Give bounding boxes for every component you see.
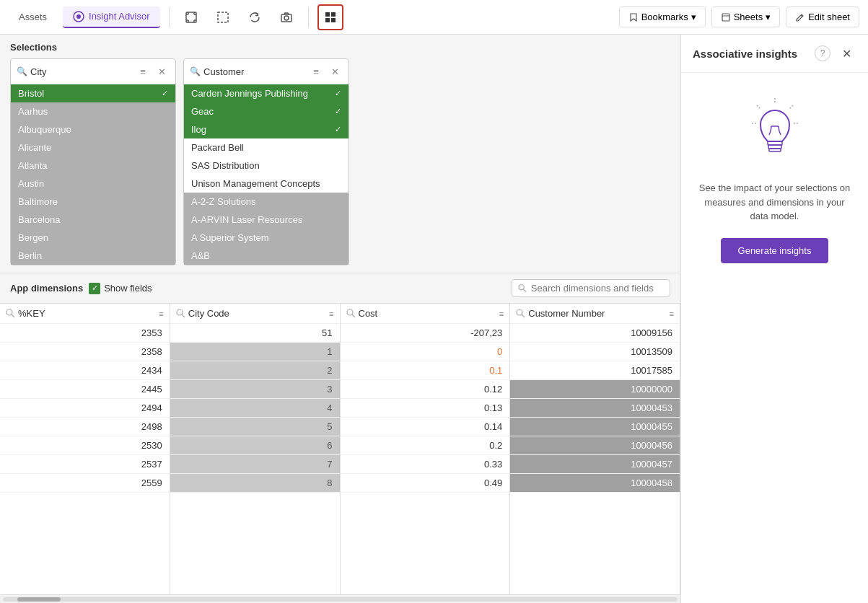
dim-row[interactable]: 10013509 bbox=[510, 343, 680, 361]
customer-clear-icon[interactable]: ✕ bbox=[327, 63, 343, 79]
dim-row[interactable]: 8 bbox=[170, 474, 340, 493]
customer-search-icon: 🔍 bbox=[190, 66, 201, 76]
dim-row[interactable]: 1 bbox=[170, 343, 340, 361]
refresh-btn[interactable] bbox=[242, 4, 268, 30]
svg-rect-14 bbox=[325, 12, 330, 17]
svg-rect-11 bbox=[218, 12, 228, 22]
dim-row[interactable]: 0.1 bbox=[341, 361, 510, 380]
city-list-icon[interactable]: ≡ bbox=[135, 63, 151, 79]
dim-row[interactable]: 10009156 bbox=[510, 324, 680, 343]
dim-row[interactable]: 0.33 bbox=[341, 455, 510, 474]
customer-item-aarvin[interactable]: A-ARVIN Laser Resources bbox=[184, 211, 348, 229]
snapshot-btn[interactable] bbox=[273, 4, 299, 30]
dim-row[interactable]: 0.12 bbox=[341, 380, 510, 399]
svg-point-25 bbox=[177, 309, 183, 315]
customer-item-carden[interactable]: Carden Jennings Publishing ✓ bbox=[184, 84, 348, 102]
dim-row[interactable]: 5 bbox=[170, 418, 340, 436]
dim-row[interactable]: 6 bbox=[170, 436, 340, 455]
dim-row[interactable]: 0.2 bbox=[341, 436, 510, 455]
grid-view-btn[interactable] bbox=[317, 4, 343, 30]
city-item-baltimore[interactable]: Baltimore bbox=[11, 193, 175, 211]
dim-row[interactable]: 0.13 bbox=[341, 399, 510, 418]
svg-point-27 bbox=[347, 309, 353, 315]
dim-row[interactable]: 2358 bbox=[0, 343, 170, 361]
customer-item-ab[interactable]: A&B bbox=[184, 247, 348, 265]
rp-close-btn[interactable]: ✕ bbox=[836, 43, 856, 63]
dim-col-cost-menu[interactable]: ≡ bbox=[499, 309, 504, 318]
city-item-austin[interactable]: Austin bbox=[11, 175, 175, 193]
city-item-atlanta[interactable]: Atlanta bbox=[11, 157, 175, 175]
bulb-illustration bbox=[746, 94, 804, 167]
dim-row[interactable]: 10000455 bbox=[510, 418, 680, 436]
dim-row[interactable]: 2537 bbox=[0, 455, 170, 474]
insight-label: Insight Advisor bbox=[89, 11, 150, 22]
customer-item-packard[interactable]: Packard Bell bbox=[184, 138, 348, 157]
show-fields-checkbox[interactable]: ✓ Show fields bbox=[89, 283, 152, 294]
dim-row[interactable]: 10000456 bbox=[510, 436, 680, 455]
dim-row[interactable]: 51 bbox=[170, 324, 340, 343]
customer-item-ilog[interactable]: Ilog ✓ bbox=[184, 120, 348, 138]
edit-sheet-btn[interactable]: Edit sheet bbox=[786, 6, 859, 27]
dim-row[interactable]: 2530 bbox=[0, 436, 170, 455]
sheets-btn[interactable]: Sheets bbox=[711, 6, 780, 27]
dim-col-custnum-title: Customer Number bbox=[528, 308, 666, 319]
rp-help-btn[interactable]: ? bbox=[815, 45, 830, 61]
search-dims-input[interactable] bbox=[531, 283, 664, 294]
tab-insight-advisor[interactable]: Insight Advisor bbox=[63, 6, 160, 28]
city-item-bristol[interactable]: Bristol ✓ bbox=[11, 84, 175, 102]
dim-row[interactable]: 0.49 bbox=[341, 474, 510, 493]
bookmark-icon bbox=[628, 12, 639, 22]
bookmarks-label: Bookmarks bbox=[641, 12, 688, 22]
city-box-header: 🔍 City ≡ ✕ bbox=[11, 59, 175, 84]
bookmarks-btn[interactable]: Bookmarks bbox=[619, 6, 706, 27]
city-clear-icon[interactable]: ✕ bbox=[154, 63, 170, 79]
city-item-berlin[interactable]: Berlin bbox=[11, 247, 175, 265]
city-item-bergen[interactable]: Bergen bbox=[11, 229, 175, 247]
dim-col-key-menu[interactable]: ≡ bbox=[159, 309, 163, 318]
customer-item-unison[interactable]: Unison Management Concepts bbox=[184, 175, 348, 193]
dim-row[interactable]: 10000458 bbox=[510, 474, 680, 493]
topbar-sep1 bbox=[169, 7, 170, 27]
city-item-barcelona[interactable]: Barcelona bbox=[11, 211, 175, 229]
city-item-alicante[interactable]: Alicante bbox=[11, 138, 175, 157]
dim-row[interactable]: 2494 bbox=[0, 399, 170, 418]
dim-row[interactable]: 10000453 bbox=[510, 399, 680, 418]
dim-row[interactable]: 2434 bbox=[0, 361, 170, 380]
customer-item-sas[interactable]: SAS Distribution bbox=[184, 157, 348, 175]
customer-selection-box: 🔍 Customer ≡ ✕ Carden Jennings Publishin… bbox=[183, 58, 349, 265]
city-item-albuquerque[interactable]: Albuquerque bbox=[11, 120, 175, 138]
dim-row[interactable]: 0 bbox=[341, 343, 510, 361]
right-panel: Associative insights ? ✕ bbox=[680, 35, 868, 603]
customer-item-a2z[interactable]: A-2-Z Solutions bbox=[184, 193, 348, 211]
dim-col-citycode-menu[interactable]: ≡ bbox=[329, 309, 333, 318]
dim-col-key-header: %KEY ≡ bbox=[0, 304, 170, 324]
generate-insights-btn[interactable]: Generate insights bbox=[721, 238, 829, 263]
dim-row[interactable]: 2559 bbox=[0, 474, 170, 493]
customer-item-asuperior[interactable]: A Superior System bbox=[184, 229, 348, 247]
dim-row[interactable]: 4 bbox=[170, 399, 340, 418]
dim-row[interactable]: 3 bbox=[170, 380, 340, 399]
dim-col-citycode: City Code ≡ 51 1 2 3 4 5 6 7 8 bbox=[170, 304, 341, 594]
dim-row[interactable]: 2 bbox=[170, 361, 340, 380]
dim-row[interactable]: -207,23 bbox=[341, 324, 510, 343]
horizontal-scrollbar[interactable] bbox=[0, 594, 680, 603]
tab-assets[interactable]: Assets bbox=[9, 7, 57, 27]
dim-col-custnum-menu[interactable]: ≡ bbox=[670, 309, 674, 318]
app-dimensions-label: App dimensions bbox=[10, 283, 83, 294]
svg-point-13 bbox=[284, 16, 289, 20]
dim-row[interactable]: 10000457 bbox=[510, 455, 680, 474]
select-tool-btn[interactable] bbox=[210, 4, 236, 30]
city-item-aarhus[interactable]: Aarhus bbox=[11, 102, 175, 120]
customer-item-geac[interactable]: Geac ✓ bbox=[184, 102, 348, 120]
dim-row[interactable]: 2353 bbox=[0, 324, 170, 343]
dim-row[interactable]: 2445 bbox=[0, 380, 170, 399]
dim-row[interactable]: 7 bbox=[170, 455, 340, 474]
dim-row[interactable]: 0.14 bbox=[341, 418, 510, 436]
key-search-icon bbox=[6, 309, 15, 318]
dim-row[interactable]: 10000000 bbox=[510, 380, 680, 399]
customer-list-icon[interactable]: ≡ bbox=[308, 63, 324, 79]
dim-row[interactable]: 2498 bbox=[0, 418, 170, 436]
screenshot-btn1[interactable] bbox=[178, 4, 204, 30]
dim-row[interactable]: 10017585 bbox=[510, 361, 680, 380]
scroll-thumb[interactable] bbox=[17, 597, 61, 602]
